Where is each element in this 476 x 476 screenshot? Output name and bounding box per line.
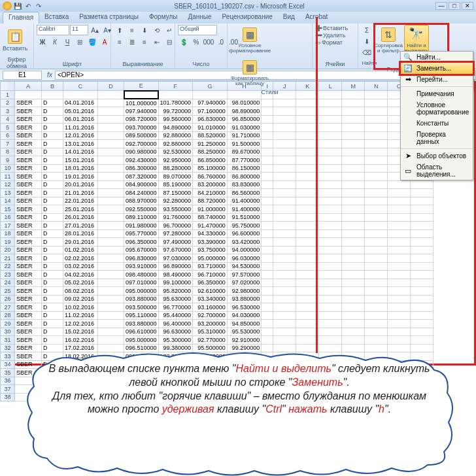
empty-cell[interactable] [342,271,365,279]
cell-27-7[interactable]: 96.530000 [227,303,262,312]
empty-cell[interactable] [365,222,388,230]
cell-12-6[interactable]: 83.200000 [193,180,228,189]
empty-cell[interactable] [411,303,434,312]
cell-17-4[interactable]: 091.980000 [124,222,159,230]
empty-cell[interactable] [411,197,434,205]
cell-28-2[interactable]: 11.02.2016 [63,311,98,320]
dd-replace[interactable]: 🔄Заменить... [399,61,475,76]
cell-28-3[interactable] [98,311,124,320]
cell-23-5[interactable]: 98.490000 [158,271,193,279]
empty-cell[interactable] [262,238,273,246]
underline-icon[interactable]: Ч [61,37,73,47]
empty-cell[interactable] [273,140,296,148]
cell-13-5[interactable]: 87.150000 [158,189,193,197]
cell-17-6[interactable]: 91.470000 [193,222,228,230]
empty-cell[interactable] [342,311,365,320]
cell-11-1[interactable]: D [42,173,63,181]
font-name-select[interactable]: Calibri [37,25,69,35]
empty-cell[interactable] [273,328,296,336]
empty-cell[interactable] [273,336,296,345]
dd-comments[interactable]: Примечания [401,88,473,99]
cell-19-7[interactable]: 93.420000 [227,238,262,246]
cell-24-7[interactable]: 97.020000 [227,279,262,287]
empty-cell[interactable] [342,148,365,156]
empty-cell[interactable] [388,320,411,328]
row-header-29[interactable]: 29 [1,320,15,328]
empty-cell[interactable] [262,279,273,287]
cell-10-0[interactable]: SBER [15,164,42,173]
empty-cell[interactable] [411,271,434,279]
align-top-icon[interactable]: ⬆ [114,25,126,35]
empty-cell[interactable] [273,295,296,303]
cell-27-4[interactable]: 093.500000 [124,303,159,312]
row-header-5[interactable]: 5 [1,124,15,132]
cell-25-6[interactable]: 92.610000 [193,287,228,296]
empty-cell[interactable] [262,140,273,148]
tab-Главная[interactable]: Главная [3,12,39,24]
inc-decimal-icon[interactable]: .0 [215,37,227,47]
empty-cell[interactable] [273,197,296,205]
cell-29-0[interactable]: SBER [15,320,42,328]
empty-cell[interactable] [342,164,365,173]
cell-14-6[interactable]: 88.720000 [193,197,228,205]
cell-5-5[interactable]: 94.890000 [158,124,193,132]
qat-redo-icon[interactable]: ↷ [34,1,43,10]
cell-26-4[interactable]: 093.880000 [124,295,159,303]
cell-10-4[interactable]: 086.300000 [124,164,159,173]
number-format-select[interactable]: Общий [178,25,217,35]
cell-21-5[interactable]: 97.030000 [158,254,193,263]
cell-2-6[interactable]: 97.940000 [193,99,228,107]
empty-cell[interactable] [342,303,365,312]
cell-23-3[interactable] [98,271,124,279]
row-header-22[interactable]: 22 [1,262,15,271]
cell-5-6[interactable]: 91.010000 [193,124,228,132]
empty-cell[interactable] [262,124,273,132]
cell-8-7[interactable]: 89.670000 [227,148,262,156]
row-header-36[interactable]: 36 [1,377,15,385]
minimize-button[interactable]: — [435,2,447,10]
row-header-16[interactable]: 16 [1,213,15,222]
empty-cell[interactable] [319,173,342,181]
empty-cell[interactable] [365,164,388,173]
cell-27-1[interactable]: D [42,303,63,312]
cell-14-2[interactable]: 22.01.2016 [63,197,98,205]
cell-3-1[interactable]: D [42,107,63,116]
empty-cell[interactable] [388,205,411,214]
cell-30-7[interactable]: 95.530000 [227,328,262,336]
cell-31-4[interactable]: 095.000000 [124,336,159,345]
empty-cell[interactable] [342,254,365,263]
cell-15-3[interactable] [98,205,124,214]
empty-cell[interactable] [342,238,365,246]
cell-2-1[interactable]: D [42,99,63,107]
cell-26-3[interactable] [98,295,124,303]
empty-cell[interactable] [365,287,388,296]
empty-cell[interactable] [262,230,273,238]
cell-14-3[interactable] [98,197,124,205]
cell-19-0[interactable]: SBER [15,238,42,246]
align-right-icon[interactable]: ≡ [139,37,150,47]
cell-9-4[interactable]: 092.430000 [124,156,159,165]
empty-cell[interactable] [319,262,342,271]
cell-25-4[interactable]: 095.000000 [124,287,159,296]
percent-icon[interactable]: % [190,37,202,47]
row-header-9[interactable]: 9 [1,156,15,165]
empty-cell[interactable] [319,115,342,124]
row-header-27[interactable]: 27 [1,303,15,312]
merge-icon[interactable]: ⊟ [163,37,175,47]
empty-cell[interactable] [273,173,296,181]
empty-cell[interactable] [388,246,411,254]
cell-25-3[interactable] [98,287,124,296]
cell-20-3[interactable] [98,246,124,254]
cell-15-1[interactable]: D [42,205,63,214]
empty-cell[interactable] [262,222,273,230]
empty-cell[interactable] [365,99,388,107]
empty-cell[interactable] [262,107,273,116]
cell-3-4[interactable]: 097.940000 [124,107,159,116]
cell-16-6[interactable]: 88.740000 [193,213,228,222]
empty-cell[interactable] [342,173,365,181]
empty-cell[interactable] [273,287,296,296]
cell-26-5[interactable]: 95.630000 [158,295,193,303]
cell-4-1[interactable]: D [42,115,63,124]
cell-31-0[interactable]: SBER [15,336,42,345]
cell-3-2[interactable]: 05.01.2016 [63,107,98,116]
